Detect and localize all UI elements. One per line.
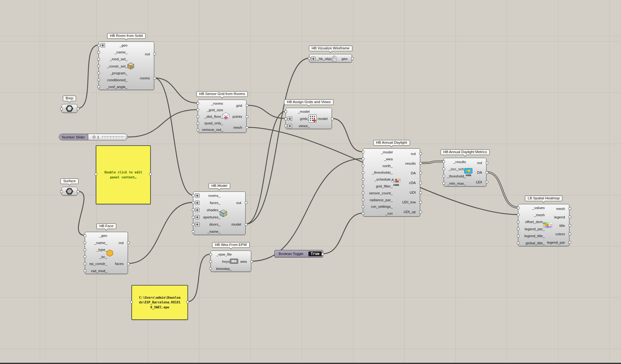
number-slider[interactable]: Number Slider1 <box>59 134 128 140</box>
input-port-faces_[interactable] <box>192 201 195 204</box>
output-port-panel[interactable] <box>186 301 189 303</box>
boolean-toggle[interactable]: Boolean ToggleTrue <box>274 250 323 257</box>
output-port-out[interactable] <box>127 241 130 244</box>
input-port-hoys_[interactable] <box>209 260 212 263</box>
input-port-_thresholds_[interactable] <box>362 171 364 174</box>
slider-name-label[interactable]: Number Slider <box>59 134 88 140</box>
input-port-surface[interactable] <box>60 190 63 193</box>
output-port-UDI_low[interactable] <box>419 201 422 204</box>
input-port-_grid_size[interactable] <box>196 108 199 111</box>
output-port-cDA[interactable] <box>419 182 422 184</box>
wire-sensor_out_0-to-assign_in_1[interactable] <box>247 105 286 118</box>
panel-panel2[interactable]: C:\Users\admin\Downloads\ESP_Barcelona.0… <box>131 285 188 320</box>
input-port-panel[interactable] <box>130 301 133 303</box>
input-port-_min_max_[interactable] <box>442 182 445 185</box>
toggle-value[interactable]: True <box>308 251 322 257</box>
input-port-offset_dom_[interactable] <box>517 221 520 223</box>
output-port-slider[interactable] <box>126 136 128 139</box>
node-face[interactable]: _geo_name__type__bc_ep_constr_rad_mod_ou… <box>85 232 128 274</box>
input-port-_type_[interactable] <box>84 248 86 251</box>
input-port-_threshold_[interactable] <box>442 175 445 177</box>
wire-room_out_1-to-model_in_0[interactable] <box>154 78 193 195</box>
input-port-radiance_par_[interactable] <box>362 198 364 201</box>
input-port-_dist_floor_[interactable] <box>196 115 199 118</box>
input-port-_name_[interactable] <box>97 51 100 54</box>
input-port-_name_[interactable] <box>84 241 86 244</box>
slider-track[interactable]: 1 <box>88 134 128 140</box>
node-assign[interactable]: _modelgrids_views_model <box>286 108 332 129</box>
input-port-shades_[interactable] <box>192 208 195 211</box>
output-port-geo[interactable] <box>351 57 354 60</box>
node-viz[interactable]: _hb_objsgeo <box>309 54 352 62</box>
output-port-UDI_up[interactable] <box>419 211 422 213</box>
output-port-mesh[interactable] <box>568 207 571 210</box>
input-port-_name_[interactable] <box>192 230 195 233</box>
input-port-_constr_set_[interactable] <box>97 65 100 67</box>
output-port-legend_par[interactable] <box>568 241 571 244</box>
callout-viz[interactable]: HB Vizualize Wireframe <box>309 46 352 51</box>
output-port-toggle[interactable] <box>321 253 324 256</box>
node-metrics[interactable]: _results_occ_sch__threshold__min_max_out… <box>444 158 486 187</box>
wire-face_out_1-to-model_in_1[interactable] <box>128 202 193 264</box>
output-port-out[interactable] <box>153 52 156 55</box>
output-port-wea[interactable] <box>250 260 253 263</box>
input-port-_geo[interactable] <box>84 234 86 237</box>
input-port-_values[interactable] <box>517 207 520 209</box>
callout-model[interactable]: HB Model <box>209 183 230 189</box>
wire-surface_out_0-to-face_in_0[interactable] <box>78 191 85 235</box>
input-port-remove_out_[interactable] <box>196 128 199 131</box>
callout-surface[interactable]: Surface <box>60 178 79 184</box>
input-port-_epw_file[interactable] <box>209 253 212 256</box>
output-port-colors[interactable] <box>568 232 571 235</box>
wire-slider_out_0-to-sensor_in_1[interactable] <box>128 110 198 137</box>
input-port-_occ_sch_[interactable] <box>442 167 445 170</box>
input-port-panel[interactable] <box>94 173 97 176</box>
output-port-grid[interactable] <box>246 104 248 107</box>
input-port-_mesh[interactable] <box>517 213 520 216</box>
input-port-_schedule_[interactable] <box>362 178 364 181</box>
node-wea[interactable]: _epw_filehoys_timestep_weaWEA <box>211 251 251 272</box>
input-port-doors_[interactable] <box>192 223 195 226</box>
callout-annual[interactable]: HB Annual Daylight <box>373 140 410 146</box>
input-port-_program_[interactable] <box>97 72 100 74</box>
output-port-out[interactable] <box>419 152 422 155</box>
callout-room[interactable]: HB Room from Solid <box>107 33 146 39</box>
output-port-results[interactable] <box>419 162 422 165</box>
input-port-_rooms[interactable] <box>196 102 199 105</box>
output-port-out[interactable] <box>245 201 247 204</box>
output-port-DA[interactable] <box>419 172 422 174</box>
input-port-ep_constr_[interactable] <box>84 262 86 265</box>
output-port-model[interactable] <box>331 117 334 120</box>
callout-wea[interactable]: HB Wea From EPW <box>212 242 250 248</box>
input-port-_run[interactable] <box>362 212 364 215</box>
input-port-brep[interactable] <box>60 107 63 110</box>
input-port-_bc_[interactable] <box>84 255 86 258</box>
callout-heatmap[interactable]: LB Spatial Heatmap <box>525 196 562 201</box>
input-port-_wea[interactable] <box>362 157 364 160</box>
callout-metrics[interactable]: HB Annual Daylight Metrics <box>440 149 490 155</box>
output-port-brep[interactable] <box>77 107 79 110</box>
output-port-faces[interactable] <box>127 262 130 265</box>
input-port-grid_filter_[interactable] <box>362 185 364 187</box>
wire-panel2_out_0-to-wea_in_0[interactable] <box>187 254 211 302</box>
output-port-rooms[interactable] <box>153 77 156 80</box>
input-port-_results[interactable] <box>442 160 445 163</box>
callout-assign[interactable]: HB Assign Grids and Views <box>284 99 333 105</box>
wire-assign_out_0-to-annual_in_0[interactable] <box>332 118 363 152</box>
input-port-_mod_set_[interactable] <box>97 58 100 61</box>
input-port-_model[interactable] <box>362 151 364 153</box>
output-port-legend[interactable] <box>568 216 571 218</box>
output-port-mesh[interactable] <box>246 126 248 129</box>
node-annual[interactable]: _model_weanorth__thresholds__schedule_gr… <box>363 148 420 217</box>
output-port-UDI[interactable] <box>486 181 488 183</box>
input-port-rad_mod_[interactable] <box>84 269 86 272</box>
node-room[interactable]: _geo_name__mod_set__constr_set__program_… <box>99 42 154 90</box>
output-port-DA[interactable] <box>486 171 488 174</box>
input-port-quad_only_[interactable] <box>196 122 199 125</box>
node-brep[interactable] <box>61 104 78 113</box>
output-port-panel[interactable] <box>149 173 152 176</box>
callout-sensor[interactable]: HB Sensor Grid from Rooms <box>196 91 248 97</box>
wire-toggle_out_0-to-annual_in_9[interactable] <box>323 213 363 254</box>
wire-brep_out_0-to-room_in_0[interactable] <box>78 45 99 108</box>
output-port-out[interactable] <box>486 162 488 164</box>
